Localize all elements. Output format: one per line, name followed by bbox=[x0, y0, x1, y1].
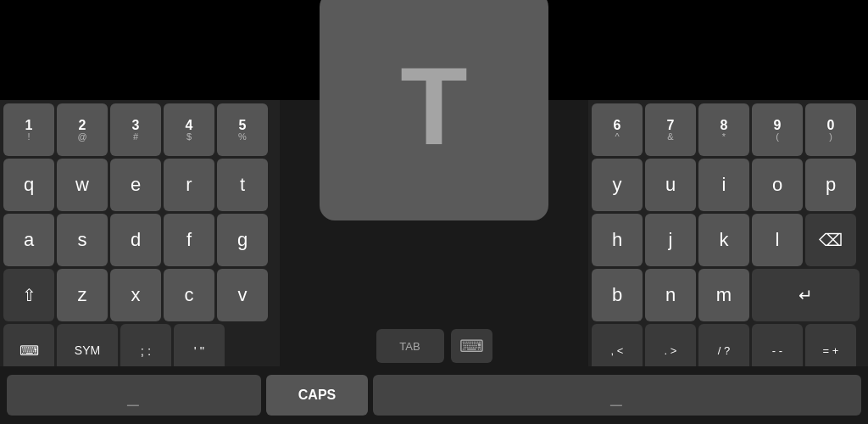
key-a[interactable]: a bbox=[3, 214, 54, 266]
key-w[interactable]: w bbox=[57, 159, 108, 211]
key-0[interactable]: 0) bbox=[805, 103, 856, 156]
right-row-hjkl: h j k l bbox=[592, 214, 865, 266]
key-v[interactable]: v bbox=[217, 269, 268, 321]
caps-label: CAPS bbox=[298, 388, 336, 403]
key-x[interactable]: x bbox=[110, 269, 161, 321]
shift-key[interactable] bbox=[3, 269, 54, 321]
key-f[interactable]: f bbox=[164, 214, 214, 266]
left-row-numbers: 1! 2@ 3# 4$ 5% bbox=[3, 103, 276, 156]
key-c[interactable]: c bbox=[164, 269, 214, 321]
space-key-left[interactable]: _ bbox=[7, 375, 261, 416]
key-g[interactable]: g bbox=[217, 214, 268, 266]
key-e[interactable]: e bbox=[110, 159, 161, 211]
key-3[interactable]: 3# bbox=[110, 103, 161, 156]
bottom-bar: _ CAPS _ bbox=[0, 366, 868, 424]
key-b[interactable]: b bbox=[592, 269, 643, 321]
enter-key[interactable] bbox=[752, 269, 860, 321]
key-m[interactable]: m bbox=[698, 269, 749, 321]
left-row-shift: z x c v bbox=[3, 269, 276, 321]
right-row-bnm: b n m bbox=[592, 269, 865, 321]
shift-icon bbox=[22, 285, 36, 305]
key-l[interactable]: l bbox=[752, 214, 803, 266]
caps-key[interactable]: CAPS bbox=[266, 375, 368, 416]
key-j[interactable]: j bbox=[645, 214, 696, 266]
key-7[interactable]: 7& bbox=[645, 103, 696, 156]
key-h[interactable]: h bbox=[592, 214, 643, 266]
key-4[interactable]: 4$ bbox=[164, 103, 214, 156]
left-section: 1! 2@ 3# 4$ 5% q w e r t a s d f g z bbox=[0, 100, 280, 366]
key-u[interactable]: u bbox=[645, 159, 696, 211]
keyboard-icon bbox=[19, 343, 39, 359]
key-d[interactable]: d bbox=[110, 214, 161, 266]
key-n[interactable]: n bbox=[645, 269, 696, 321]
space-underline-right: _ bbox=[610, 383, 623, 407]
key-k[interactable]: k bbox=[698, 214, 749, 266]
big-t-letter: T bbox=[400, 51, 467, 161]
key-y[interactable]: y bbox=[592, 159, 643, 211]
center-bottom-row: TAB ⌨ bbox=[376, 329, 492, 363]
key-q[interactable]: q bbox=[3, 159, 54, 211]
right-row-yuiop: y u i o p bbox=[592, 159, 865, 211]
backspace-icon bbox=[819, 230, 843, 250]
key-5[interactable]: 5% bbox=[217, 103, 268, 156]
key-p[interactable]: p bbox=[805, 159, 856, 211]
key-o[interactable]: o bbox=[752, 159, 803, 211]
center-icon-key[interactable]: ⌨ bbox=[451, 329, 492, 363]
key-z[interactable]: z bbox=[57, 269, 108, 321]
key-i[interactable]: i bbox=[698, 159, 749, 211]
key-8[interactable]: 8* bbox=[698, 103, 749, 156]
left-row-qwert: q w e r t bbox=[3, 159, 276, 211]
right-row-numbers: 6^ 7& 8* 9( 0) bbox=[592, 103, 865, 156]
key-6[interactable]: 6^ bbox=[592, 103, 643, 156]
tab-key[interactable]: TAB bbox=[376, 329, 444, 363]
key-9[interactable]: 9( bbox=[752, 103, 803, 156]
right-section: 6^ 7& 8* 9( 0) y u i o p h j k l b n bbox=[588, 100, 868, 366]
key-2[interactable]: 2@ bbox=[57, 103, 108, 156]
space-underline-left: _ bbox=[127, 383, 140, 407]
backspace-key[interactable] bbox=[805, 214, 856, 266]
left-row-asdfg: a s d f g bbox=[3, 214, 276, 266]
key-t[interactable]: t bbox=[217, 159, 268, 211]
key-1[interactable]: 1! bbox=[3, 103, 54, 156]
key-r[interactable]: r bbox=[164, 159, 214, 211]
enter-icon bbox=[798, 285, 813, 305]
key-s[interactable]: s bbox=[57, 214, 108, 266]
space-key-right[interactable]: _ bbox=[373, 375, 861, 416]
big-t-key[interactable]: T bbox=[320, 0, 548, 220]
